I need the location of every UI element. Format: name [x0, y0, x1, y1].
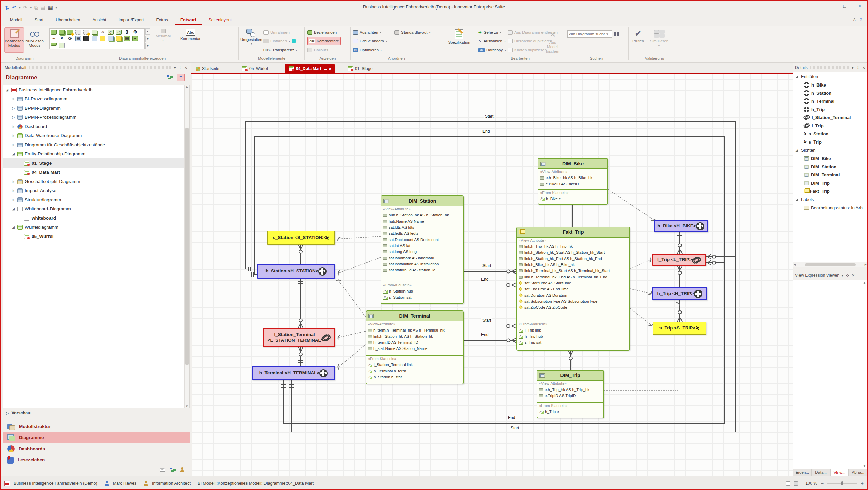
section-entitaeten[interactable]: ◢Entitäten: [793, 72, 867, 81]
entity-h-station[interactable]: h_Station <H_STATION>: [257, 264, 335, 279]
panel-close-icon[interactable]: ✕: [852, 273, 855, 278]
entity-h-trip[interactable]: h_Trip <H_TRIP>: [652, 287, 707, 300]
user-icon[interactable]: [180, 467, 185, 472]
collapse-icon[interactable]: ◢: [11, 207, 15, 211]
from-clause[interactable]: ↗s_Trip sat: [519, 339, 628, 345]
viewer-tab-abhaengigkeiten[interactable]: Abhä...: [849, 469, 867, 476]
selection-new-shape-icon[interactable]: [83, 30, 89, 35]
details-hscrollbar[interactable]: ◀ ▶: [793, 262, 867, 267]
table-shape-icon[interactable]: ▤: [75, 36, 81, 41]
entity-new-shape-icon[interactable]: [67, 30, 73, 35]
hardcopy-button[interactable]: Hardcopy▾: [478, 46, 506, 54]
collapse-icon[interactable]: ◢: [11, 152, 15, 156]
from-clause[interactable]: ↗l_Trip link: [519, 327, 628, 333]
brace-shape-icon[interactable]: {}: [124, 30, 130, 35]
callouts-button[interactable]: Callouts: [307, 46, 341, 54]
tree-item-bpmn-prozessdiagramm[interactable]: ▷BPMN-Prozessdiagramm: [3, 113, 189, 122]
details-item-h-trip[interactable]: h_Trip: [793, 105, 867, 113]
view-attribute[interactable]: sat.landmark AS landmark: [383, 255, 461, 261]
map-copy-shape-icon[interactable]: [108, 36, 114, 41]
map-shape-icon[interactable]: [92, 36, 97, 41]
expand-icon[interactable]: ▷: [11, 180, 15, 183]
view-attribute[interactable]: sat.installation AS installation: [383, 261, 461, 267]
from-clause[interactable]: ↗h_Bike e: [540, 196, 606, 202]
selection-shape-icon[interactable]: [75, 30, 81, 35]
panel-pin-icon[interactable]: ⊹: [846, 273, 849, 278]
view-attribute[interactable]: sat.ZipCode AS ZipCode: [519, 304, 628, 310]
details-item-h-station[interactable]: h_Station: [793, 89, 867, 97]
tree-item-strukturdiagramm[interactable]: ▷Strukturdiagramm: [3, 195, 189, 204]
transparenz-button[interactable]: 00% Transparenz ▾: [263, 46, 297, 54]
tree-item-bpmn-diagramm[interactable]: ▷BPMN-Diagramm: [3, 103, 189, 113]
view-attribute[interactable]: sat.EndTime AS EndTime: [519, 286, 628, 292]
port-shape-icon[interactable]: -○: [100, 30, 105, 35]
org-chart-icon[interactable]: [170, 468, 175, 472]
merkmal-button[interactable]: Merkmal ▾: [156, 29, 171, 42]
nav-diagramme[interactable]: Diagramme: [3, 432, 190, 443]
link-shape-icon[interactable]: ∞: [51, 36, 57, 41]
details-item-dim-terminal[interactable]: DIM_Terminal: [793, 171, 867, 179]
details-item-fakt-trip[interactable]: Fakt_Trip: [793, 187, 867, 195]
fit-page-icon[interactable]: [786, 481, 790, 486]
pruefen-button[interactable]: ✔ Prüfen: [630, 27, 647, 53]
section-sichten[interactable]: ◢Sichten: [793, 146, 867, 154]
details-item-l-trip[interactable]: l_Trip: [793, 121, 867, 130]
gehe-zu-button[interactable]: ➔ Gehe zu▾: [478, 28, 506, 36]
view-attribute[interactable]: sat.ledts AS ledts: [383, 230, 461, 237]
diamond2-shape-icon[interactable]: ◁: [116, 30, 122, 35]
viewer-tab-view[interactable]: View...: [830, 469, 849, 476]
entity-l-station-terminal[interactable]: l_Station_Terminal <L_STATION_TERMINAL>: [263, 328, 335, 347]
scroll-right-icon[interactable]: ▶: [865, 263, 867, 266]
tab-ansicht[interactable]: Ansicht: [87, 16, 112, 25]
tab-seitenlayout[interactable]: Seitenlayout: [203, 16, 237, 25]
from-clause[interactable]: ↗h_Station hub: [383, 288, 461, 294]
tree-view-icon[interactable]: [165, 74, 173, 81]
collapse-icon[interactable]: ◢: [11, 225, 15, 229]
view-attribute[interactable]: sat.Duration AS Duration: [519, 292, 628, 298]
close-button[interactable]: ×: [852, 1, 867, 11]
simulieren-button[interactable]: Simulieren ▾: [648, 27, 670, 53]
view-attribute[interactable]: sat.station_id AS station_id: [383, 267, 461, 273]
view-attribute[interactable]: link.h_Station_hk AS h_Station_hk: [368, 333, 461, 339]
details-item-dim-station[interactable]: DIM_Station: [793, 163, 867, 171]
anzeigen-dialog-launcher-icon[interactable]: [304, 24, 304, 31]
expand-icon[interactable]: ▷: [11, 106, 15, 110]
kommentar-button[interactable]: Abc Kommentar: [180, 29, 200, 41]
nav-dashboards[interactable]: Dashboards: [3, 443, 190, 454]
tree-item-geschaeftsobjekt-diagramm[interactable]: ▷Geschäftsobjekt-Diagramm: [3, 177, 189, 186]
pin-tab-icon[interactable]: [323, 67, 327, 70]
panel-drag-handle[interactable]: [29, 66, 171, 69]
view-attribute[interactable]: e.BikeID AS BikeID: [540, 181, 606, 187]
aus-modell-loeschen-button[interactable]: × Aus Modell löschen: [543, 27, 563, 53]
details-item-s-trip[interactable]: ×s_Trip: [793, 138, 867, 146]
status-user-name[interactable]: Marc Hawes: [113, 481, 136, 486]
search-dropdown-icon[interactable]: ▾: [606, 32, 608, 36]
umgestalten-button[interactable]: Umgestalten ▾: [240, 29, 262, 45]
details-item-dim-bike[interactable]: DIM_Bike: [793, 154, 867, 163]
panel-drag-handle[interactable]: [810, 66, 849, 69]
view-attribute[interactable]: hub.h_Station_hk AS h_Station_hk: [383, 212, 461, 218]
tree-item-geschaeftsobjektzustaende[interactable]: ▷Diagramm für Geschäftsobjektzustände: [3, 140, 189, 149]
diagram-search-input[interactable]: [569, 32, 605, 36]
tab-extras[interactable]: Extras: [151, 16, 174, 25]
palette-more-icon[interactable]: ▼: [145, 43, 150, 49]
view-fakt-trip[interactable]: Fakt_Trip «View-Attribute» link.h_Trip_h…: [516, 227, 630, 351]
scroll-down-icon[interactable]: ▼: [185, 404, 188, 408]
frame-shape-icon[interactable]: [59, 43, 65, 48]
tab-modell[interactable]: Modell: [4, 16, 28, 25]
help-icon[interactable]: ?: [860, 17, 862, 22]
search-binoculars-icon[interactable]: [614, 32, 619, 36]
zoom-level[interactable]: 100 %: [805, 481, 817, 486]
zoom-slider[interactable]: [827, 483, 857, 484]
doctab-01-stage[interactable]: 01_Stage: [344, 64, 376, 73]
panel-pin-icon[interactable]: ⊹: [179, 65, 182, 70]
auswaehlen-button[interactable]: ↖ Auswählen▾: [478, 37, 506, 45]
view-shape-icon[interactable]: [92, 30, 97, 35]
entity-s-trip[interactable]: s_Trip <S_TRIP>×: [653, 322, 706, 335]
details-item-s-station[interactable]: ×s_Station: [793, 130, 867, 138]
groesse-aendern-button[interactable]: Größe ändern▾: [353, 37, 387, 45]
details-item-dim-trip[interactable]: DIM_Trip: [793, 179, 867, 187]
tree-item-01-stage[interactable]: 01_Stage: [3, 158, 189, 168]
scrollbar-thumb[interactable]: [185, 128, 189, 365]
tree-item-entity-relationship-diagramm[interactable]: ◢Entity-Relationship-Diagramm: [3, 149, 189, 158]
